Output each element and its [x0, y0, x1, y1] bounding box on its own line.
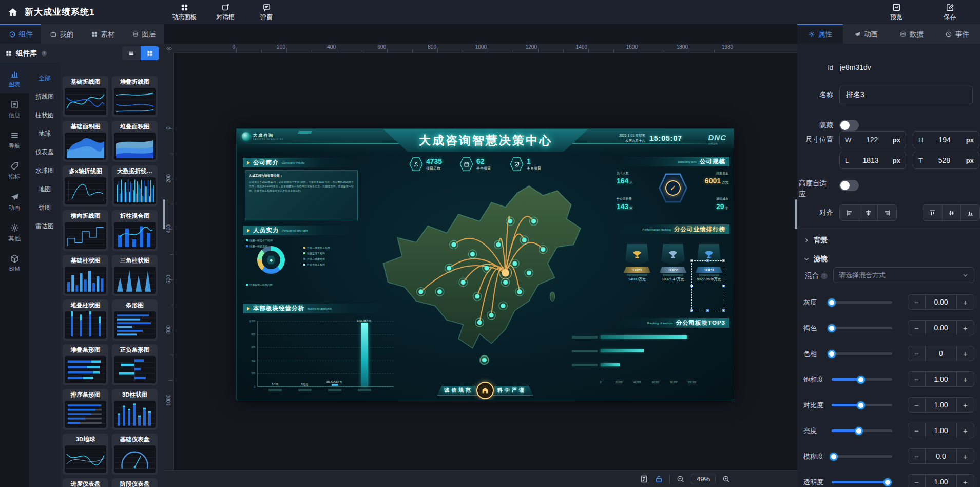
- design-canvas[interactable]: 0200400600800100012001400160018001980 02…: [164, 24, 797, 487]
- subcategory-地球[interactable]: 地球: [29, 124, 61, 143]
- align-right-button[interactable]: [877, 205, 896, 220]
- increase-button[interactable]: +: [957, 346, 974, 361]
- subcategory-全部[interactable]: 全部: [29, 69, 61, 87]
- rail-item-信息[interactable]: 信息: [0, 93, 29, 124]
- component-card-基础面积图[interactable]: 基础面积图: [63, 121, 108, 162]
- rail-item-其他[interactable]: 其他: [0, 217, 29, 248]
- slider-knob[interactable]: [828, 350, 836, 358]
- subcategory-地图[interactable]: 地图: [29, 180, 61, 198]
- slider-track-饱和度[interactable]: [832, 378, 892, 381]
- list-view-button[interactable]: [122, 46, 141, 60]
- right-panel-resize-handle[interactable]: [795, 199, 797, 229]
- component-card-基础仪表盘[interactable]: 基础仪表盘: [112, 434, 158, 475]
- inspector-tab-动画[interactable]: 动画: [843, 24, 889, 44]
- page-doc-icon[interactable]: [640, 475, 648, 483]
- zoom-in-icon[interactable]: [722, 475, 731, 483]
- component-card-横向折线图[interactable]: 横向折线图: [63, 210, 108, 251]
- component-card-堆叠折线图[interactable]: 堆叠折线图: [112, 76, 158, 117]
- tab-我的[interactable]: 我的: [41, 24, 82, 44]
- component-card-排序条形图[interactable]: 排序条形图: [63, 389, 108, 430]
- header-action-预览[interactable]: 预览: [879, 0, 913, 24]
- decrease-button[interactable]: −: [908, 321, 925, 335]
- component-card-3D柱状图[interactable]: 3D柱状图: [112, 389, 158, 430]
- decrease-button[interactable]: −: [908, 295, 925, 309]
- section-filter[interactable]: 滤镜: [803, 254, 828, 264]
- component-card-多x轴折线图[interactable]: 多x轴折线图: [63, 165, 108, 207]
- ranking-card-TOP2[interactable]: TOP210321.47万元: [657, 244, 689, 282]
- zoom-level[interactable]: 49%: [691, 474, 716, 484]
- header-action-保存[interactable]: 保存: [933, 0, 967, 24]
- slider-track-模糊度[interactable]: [832, 455, 892, 458]
- increase-button[interactable]: +: [957, 372, 974, 386]
- grid-view-button[interactable]: [141, 46, 159, 60]
- hide-toggle[interactable]: [839, 120, 859, 131]
- decrease-button[interactable]: −: [908, 423, 925, 438]
- component-card-3D地球[interactable]: 3D地球: [63, 434, 108, 475]
- size-field-W[interactable]: W122px: [839, 131, 906, 148]
- name-input[interactable]: 排名3: [839, 86, 973, 104]
- increase-button[interactable]: +: [957, 423, 974, 438]
- ranking-card-TOP1[interactable]: TOP194000万元: [621, 244, 654, 282]
- align-center-vertical-button[interactable]: [942, 205, 961, 220]
- align-bottom-button[interactable]: [960, 205, 979, 220]
- tab-素材[interactable]: 素材: [82, 24, 123, 44]
- help-icon[interactable]: ?: [41, 50, 48, 57]
- ruler-corner[interactable]: [164, 44, 174, 53]
- home-icon[interactable]: [7, 7, 18, 18]
- slider-track-对比度[interactable]: [832, 404, 892, 406]
- blend-select[interactable]: 请选择混合方式: [833, 267, 974, 283]
- component-card-堆叠柱状图[interactable]: 堆叠柱状图: [63, 299, 108, 341]
- decrease-button[interactable]: −: [908, 449, 925, 463]
- component-card-堆叠面积图[interactable]: 堆叠面积图: [112, 121, 158, 162]
- autoheight-toggle[interactable]: [839, 180, 859, 191]
- component-card-条形图[interactable]: 条形图: [112, 299, 158, 341]
- rail-item-图表[interactable]: 图表: [0, 63, 29, 93]
- size-field-H[interactable]: H194px: [913, 131, 979, 148]
- slider-track-透明度[interactable]: [832, 481, 892, 483]
- component-card-基础柱状图[interactable]: 基础柱状图: [63, 255, 108, 296]
- rail-item-BIM[interactable]: BIM: [0, 248, 29, 277]
- rail-item-动画[interactable]: 动画: [0, 186, 29, 217]
- decrease-button[interactable]: −: [908, 475, 925, 487]
- left-panel-resize-handle[interactable]: [163, 199, 165, 229]
- section-background[interactable]: 背景: [803, 236, 828, 245]
- decrease-button[interactable]: −: [908, 398, 925, 412]
- slider-knob[interactable]: [828, 298, 836, 307]
- header-tool-动态面板[interactable]: 动态面板: [167, 0, 201, 24]
- subcategory-水球图[interactable]: 水球图: [29, 161, 61, 180]
- component-card-基础折线图[interactable]: 基础折线图: [63, 76, 108, 117]
- decrease-button[interactable]: −: [908, 372, 925, 386]
- component-card-三角柱状图[interactable]: 三角柱状图: [112, 255, 158, 296]
- unlock-icon[interactable]: [655, 475, 663, 483]
- slider-knob[interactable]: [857, 401, 865, 409]
- slider-knob[interactable]: [830, 453, 838, 461]
- slider-knob[interactable]: [855, 427, 863, 435]
- subcategory-仪表盘[interactable]: 仪表盘: [29, 143, 61, 161]
- inspector-tab-事件[interactable]: 事件: [934, 24, 980, 44]
- artboard-preview[interactable]: 大成咨询智慧决策中心 大成咨询DACHENG CONSULTING 2025-1…: [236, 128, 734, 400]
- slider-knob[interactable]: [828, 324, 836, 332]
- header-tool-弹窗[interactable]: 弹窗: [249, 0, 283, 24]
- inspector-tab-数据[interactable]: 数据: [889, 24, 934, 44]
- slider-track-灰度[interactable]: [832, 301, 892, 304]
- rail-item-导航[interactable]: 导航: [0, 124, 29, 155]
- increase-button[interactable]: +: [957, 398, 974, 412]
- component-card-大数据折线…[interactable]: 大数据折线…: [112, 165, 158, 207]
- increase-button[interactable]: +: [957, 449, 974, 463]
- header-tool-对话框[interactable]: 对话框: [208, 0, 242, 24]
- slider-track-色相[interactable]: [832, 352, 892, 355]
- align-left-button[interactable]: [840, 205, 859, 220]
- rail-item-指标[interactable]: 指标: [0, 155, 29, 186]
- align-top-button[interactable]: [923, 205, 942, 220]
- component-card-阶段仪表盘[interactable]: 阶段仪表盘: [112, 478, 158, 487]
- slider-knob[interactable]: [857, 376, 865, 384]
- component-card-进度仪表盘[interactable]: 进度仪表盘: [63, 478, 108, 487]
- tab-组件[interactable]: 组件: [0, 24, 41, 44]
- increase-button[interactable]: +: [957, 295, 974, 309]
- increase-button[interactable]: +: [957, 321, 974, 335]
- subcategory-折线图[interactable]: 折线图: [29, 87, 61, 106]
- slider-knob[interactable]: [883, 478, 892, 486]
- subcategory-柱状图[interactable]: 柱状图: [29, 106, 61, 124]
- component-card-折柱混合图[interactable]: 折柱混合图: [112, 210, 158, 251]
- inspector-tab-属性[interactable]: 属性: [797, 24, 843, 44]
